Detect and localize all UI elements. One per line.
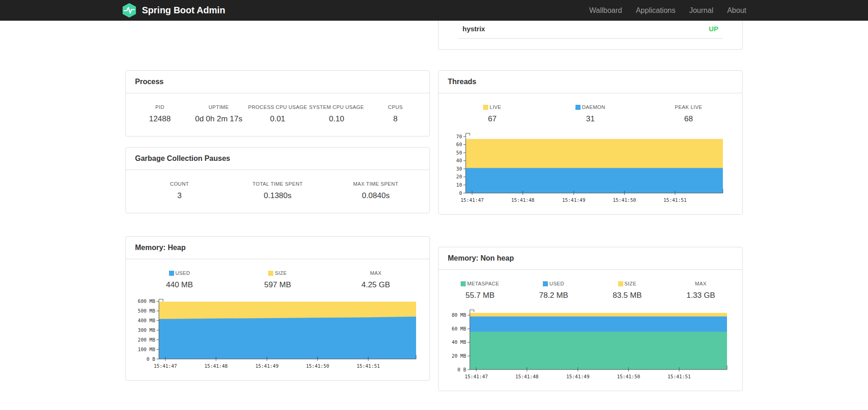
nav-item-journal[interactable]: Journal xyxy=(689,6,713,15)
stat-threads-daemon: DAEMON 31 xyxy=(541,104,640,123)
svg-text:40: 40 xyxy=(456,158,462,163)
svg-text:500 MB: 500 MB xyxy=(138,308,155,313)
spring-boot-admin-logo-icon xyxy=(122,3,137,18)
svg-text:30: 30 xyxy=(456,166,462,171)
svg-text:0 B: 0 B xyxy=(457,367,466,372)
stat-heap-size: SIZE 597 MB xyxy=(229,270,327,289)
svg-text:10: 10 xyxy=(456,182,462,188)
svg-text:15:41:51: 15:41:51 xyxy=(667,374,691,379)
svg-text:70: 70 xyxy=(456,134,462,139)
threads-legend: LIVE 67 DAEMON 31 PEAK LIVE 68 xyxy=(439,93,742,129)
svg-text:40 MB: 40 MB xyxy=(451,339,466,345)
stat-cpus: CPUS 8 xyxy=(366,104,425,123)
stat-nonheap-used: USED 78.2 MB xyxy=(517,281,590,300)
application-row-hystrix[interactable]: hystrix UP xyxy=(458,21,723,39)
legend-swatch-metaspace xyxy=(461,281,466,286)
svg-text:50: 50 xyxy=(456,150,462,155)
svg-text:100 MB: 100 MB xyxy=(138,347,155,352)
panel-title-gc: Garbage Collection Pauses xyxy=(126,148,429,170)
memory-nonheap-chart: 80 MB60 MB40 MB20 MB0 B15:41:4715:41:481… xyxy=(439,305,742,382)
svg-text:15:41:51: 15:41:51 xyxy=(663,197,687,203)
stat-heap-used: USED 440 MB xyxy=(130,270,229,289)
svg-text:60 MB: 60 MB xyxy=(451,326,466,331)
svg-text:15:41:47: 15:41:47 xyxy=(153,363,177,369)
svg-text:15:41:50: 15:41:50 xyxy=(306,363,329,369)
panel-memory-heap: Memory: Heap USED 440 MB SIZE 597 MB MAX xyxy=(125,236,430,381)
svg-text:80 MB: 80 MB xyxy=(451,312,466,318)
brand-title: Spring Boot Admin xyxy=(142,5,225,16)
svg-text:15:41:48: 15:41:48 xyxy=(511,197,535,203)
svg-text:0 B: 0 B xyxy=(147,356,155,362)
svg-text:20: 20 xyxy=(456,174,462,179)
svg-text:15:41:49: 15:41:49 xyxy=(566,374,589,379)
stat-nonheap-size: SIZE 83.5 MB xyxy=(591,281,664,300)
left-column: Process PID 12488 UPTIME 0d 0h 2m 17s PR… xyxy=(125,70,430,213)
svg-text:15:41:48: 15:41:48 xyxy=(515,374,539,379)
svg-text:200 MB: 200 MB xyxy=(138,337,155,342)
svg-text:300 MB: 300 MB xyxy=(138,327,155,333)
application-name: hystrix xyxy=(462,25,485,33)
svg-text:15:41:50: 15:41:50 xyxy=(613,197,636,203)
panel-process: Process PID 12488 UPTIME 0d 0h 2m 17s PR… xyxy=(125,70,430,137)
stat-gc-count: COUNT 3 xyxy=(130,181,229,200)
nav-item-about[interactable]: About xyxy=(727,6,746,15)
svg-text:15:41:47: 15:41:47 xyxy=(464,374,488,379)
navbar-container: Spring Boot Admin Wallboard Applications… xyxy=(122,0,746,21)
nav-item-applications[interactable]: Applications xyxy=(636,6,675,15)
brand-link[interactable]: Spring Boot Admin xyxy=(122,3,225,18)
navbar: Spring Boot Admin Wallboard Applications… xyxy=(0,0,868,21)
legend-swatch-heap-used xyxy=(169,271,174,276)
stat-uptime: UPTIME 0d 0h 2m 17s xyxy=(189,104,248,123)
status-badge: UP xyxy=(709,25,718,33)
legend-swatch-nonheap-used xyxy=(543,281,548,286)
row-application-status: hystrix UP xyxy=(125,21,743,50)
stat-process-cpu-usage: PROCESS CPU USAGE 0.01 xyxy=(248,104,307,123)
panel-title-threads: Threads xyxy=(439,71,742,93)
stat-nonheap-metaspace: METASPACE 55.7 MB xyxy=(443,281,517,300)
legend-swatch-heap-size xyxy=(268,271,273,276)
svg-text:0: 0 xyxy=(459,190,462,196)
legend-swatch-live xyxy=(483,105,488,110)
svg-text:15:41:49: 15:41:49 xyxy=(562,197,585,203)
panel-gc-pauses: Garbage Collection Pauses COUNT 3 TOTAL … xyxy=(125,147,430,213)
panel-application-status: hystrix UP xyxy=(438,21,743,50)
panel-title-process: Process xyxy=(126,71,429,93)
stat-gc-total-time: TOTAL TIME SPENT 0.1380s xyxy=(229,181,327,200)
memory-heap-chart: 600 MB500 MB400 MB300 MB200 MB100 MB0 B1… xyxy=(126,295,429,371)
threads-chart: 70605040302010015:41:4715:41:4815:41:491… xyxy=(439,129,742,205)
nav-item-wallboard[interactable]: Wallboard xyxy=(589,6,622,15)
panel-memory-nonheap: Memory: Non heap METASPACE 55.7 MB USED … xyxy=(438,247,743,391)
legend-swatch-daemon xyxy=(575,105,581,110)
row-process-threads: Process PID 12488 UPTIME 0d 0h 2m 17s PR… xyxy=(125,70,743,215)
stat-threads-peak-live: PEAK LIVE 68 xyxy=(639,104,738,123)
panel-title-memory-heap: Memory: Heap xyxy=(126,237,429,259)
svg-text:15:41:51: 15:41:51 xyxy=(356,363,380,369)
heap-legend: USED 440 MB SIZE 597 MB MAX 4.25 GB xyxy=(126,259,429,295)
stat-threads-live: LIVE 67 xyxy=(443,104,541,123)
stat-nonheap-max: MAX 1.33 GB xyxy=(664,281,738,300)
svg-text:60: 60 xyxy=(456,142,462,147)
panel-title-memory-nonheap: Memory: Non heap xyxy=(439,247,742,270)
svg-text:15:41:48: 15:41:48 xyxy=(204,363,228,369)
svg-text:15:41:47: 15:41:47 xyxy=(460,197,484,203)
svg-text:600 MB: 600 MB xyxy=(138,298,155,304)
main-content: hystrix UP Process PID 12488 UPTIME 0d 0… xyxy=(125,21,743,391)
legend-swatch-nonheap-size xyxy=(618,281,623,286)
gc-stats: COUNT 3 TOTAL TIME SPENT 0.1380s MAX TIM… xyxy=(126,170,429,213)
stat-pid: PID 12488 xyxy=(130,104,189,123)
process-stats: PID 12488 UPTIME 0d 0h 2m 17s PROCESS CP… xyxy=(126,93,429,136)
nav-links: Wallboard Applications Journal About xyxy=(589,6,746,15)
nonheap-legend: METASPACE 55.7 MB USED 78.2 MB SIZE 83.5… xyxy=(439,270,742,305)
svg-text:400 MB: 400 MB xyxy=(138,318,155,323)
panel-threads: Threads LIVE 67 DAEMON 31 PEAK LIVE 68 xyxy=(438,70,743,215)
svg-text:15:41:50: 15:41:50 xyxy=(617,374,640,379)
svg-text:20 MB: 20 MB xyxy=(451,353,466,359)
row-memory: Memory: Heap USED 440 MB SIZE 597 MB MAX xyxy=(125,236,743,391)
stat-system-cpu-usage: SYSTEM CPU USAGE 0.10 xyxy=(307,104,366,123)
svg-text:15:41:49: 15:41:49 xyxy=(255,363,278,369)
stat-gc-max-time: MAX TIME SPENT 0.0840s xyxy=(327,181,425,200)
stat-heap-max: MAX 4.25 GB xyxy=(327,270,425,289)
